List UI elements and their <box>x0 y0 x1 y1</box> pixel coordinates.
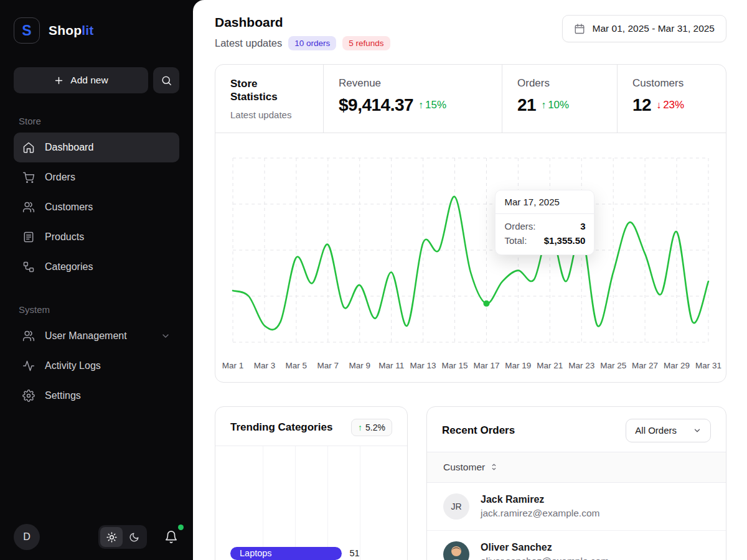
category-bar-Laptops: Laptops <box>230 547 342 560</box>
category-bar-row[interactable]: Laptops51 <box>230 547 392 560</box>
nav-section-label: Store <box>19 116 174 126</box>
tooltip-orders-label: Orders: <box>504 221 535 231</box>
store-statistics-card: Store Statistics Latest updates Revenue$… <box>215 64 726 383</box>
arrow-down-icon: ↓ <box>656 100 661 111</box>
avatar-initials: JR <box>443 493 469 520</box>
sidebar-item-activity-logs[interactable]: Activity Logs <box>14 351 179 381</box>
light-mode-button[interactable] <box>100 527 123 547</box>
sidebar-item-label: Dashboard <box>45 142 93 153</box>
stat-label: Customers <box>632 77 711 90</box>
sidebar-item-dashboard[interactable]: Dashboard <box>14 133 179 162</box>
x-tick-label: Mar 11 <box>378 361 404 370</box>
orders-table-body: JRJack Ramirezjack.ramirez@example.comOl… <box>427 483 726 560</box>
sidebar-item-categories[interactable]: Categories <box>14 252 179 282</box>
stat-label: Revenue <box>339 77 487 90</box>
arrow-up-icon: ↑ <box>541 100 546 111</box>
stat-orders: Orders21↑10% <box>502 65 617 133</box>
moon-icon <box>129 532 139 543</box>
tree-icon <box>22 261 35 273</box>
page-title: Dashboard <box>215 15 390 30</box>
sidebar-item-customers[interactable]: Customers <box>14 192 179 222</box>
x-tick-label: Mar 25 <box>600 361 626 370</box>
home-icon <box>22 141 35 154</box>
date-range-picker[interactable]: Mar 01, 2025 - Mar 31, 2025 <box>562 15 726 42</box>
search-icon <box>161 75 172 86</box>
add-new-button[interactable]: Add new <box>14 67 148 93</box>
chevron-down-icon <box>161 331 171 341</box>
bar-gridline <box>263 446 263 560</box>
x-tick-label: Mar 9 <box>349 361 370 370</box>
notification-dot <box>178 525 184 530</box>
sidebar-item-label: Settings <box>45 390 81 401</box>
sidebar-item-label: Activity Logs <box>45 360 101 371</box>
avatar-photo <box>443 541 469 560</box>
highlight-point[interactable] <box>483 300 489 306</box>
bell-icon <box>164 530 178 544</box>
recent-orders-title: Recent Orders <box>442 424 515 437</box>
customer-email: jack.ramirez@example.com <box>481 508 599 519</box>
sun-icon <box>106 532 117 543</box>
sidebar: S Shoplit Add new StoreDashboardOrdersCu… <box>0 0 193 560</box>
customer-column-header: Customer <box>443 462 485 473</box>
users-icon <box>22 330 35 342</box>
sidebar-footer: D <box>14 524 179 550</box>
trending-title: Trending Categories <box>230 421 332 434</box>
sidebar-item-label: Categories <box>45 261 93 273</box>
search-button[interactable] <box>153 67 179 93</box>
sidebar-item-orders[interactable]: Orders <box>14 162 179 192</box>
trending-change-value: 5.2% <box>365 422 385 432</box>
arrow-up-icon: ↑ <box>418 100 423 111</box>
x-tick-label: Mar 7 <box>317 361 339 370</box>
line-chart-plot[interactable]: Mar 17, 2025 Orders:3 Total:$1,355.50 <box>227 149 715 355</box>
trending-change-badge: ↑ 5.2% <box>351 419 392 436</box>
trending-categories-card: Trending Categories ↑ 5.2% Laptops51 <box>215 406 408 560</box>
x-tick-label: Mar 31 <box>695 361 721 370</box>
x-tick-label: Mar 15 <box>442 361 468 370</box>
stat-change: 23% <box>663 99 684 111</box>
sidebar-item-products[interactable]: Products <box>14 222 179 252</box>
activity-icon <box>22 360 35 372</box>
stat-change: 15% <box>425 99 446 111</box>
recent-orders-card: Recent Orders All Orders Customer JRJack… <box>426 406 726 560</box>
tooltip-total-label: Total: <box>504 235 527 246</box>
bar-gridline <box>295 446 296 560</box>
stat-value: $9,414.37 <box>339 95 413 115</box>
theme-toggle <box>98 525 147 549</box>
customer-email: oliver.sanchez@example.com <box>481 556 609 560</box>
tooltip-date: Mar 17, 2025 <box>496 190 594 214</box>
stat-customers: Customers12↓23% <box>617 65 726 133</box>
order-row[interactable]: Oliver Sanchezoliver.sanchez@example.com <box>427 531 726 560</box>
dark-mode-button[interactable] <box>123 527 145 547</box>
orders-line-chart: Mar 17, 2025 Orders:3 Total:$1,355.50 Ma… <box>215 133 726 382</box>
orders-table-header: Customer <box>427 452 726 483</box>
sort-icon[interactable] <box>490 463 498 471</box>
orders-filter-value: All Orders <box>635 425 677 436</box>
logo-mark-icon: S <box>14 17 40 44</box>
orders-filter-select[interactable]: All Orders <box>626 419 711 442</box>
chevron-down-icon <box>693 426 702 435</box>
stats-subtitle: Latest updates <box>230 110 308 120</box>
stat-change: 10% <box>548 99 569 111</box>
notifications-button[interactable] <box>163 529 179 545</box>
users-icon <box>22 201 35 213</box>
header-badges: 10 orders5 refunds <box>288 36 390 50</box>
stat-value: 12 <box>632 95 651 115</box>
stat-label: Orders <box>517 77 602 90</box>
sidebar-item-settings[interactable]: Settings <box>14 381 179 411</box>
x-tick-label: Mar 19 <box>505 361 531 370</box>
plus-icon <box>54 75 64 86</box>
user-avatar[interactable]: D <box>14 524 40 550</box>
order-row[interactable]: JRJack Ramirezjack.ramirez@example.com <box>427 483 726 531</box>
customer-name: Jack Ramirez <box>481 494 599 505</box>
badge-10-orders: 10 orders <box>288 36 336 50</box>
badge-5-refunds: 5 refunds <box>342 36 390 50</box>
sidebar-nav: StoreDashboardOrdersCustomersProductsCat… <box>14 116 179 411</box>
customer-name: Oliver Sanchez <box>481 542 609 553</box>
sidebar-item-label: Customers <box>45 202 93 213</box>
add-new-label: Add new <box>70 75 108 86</box>
sidebar-item-user-management[interactable]: User Management <box>14 321 179 351</box>
cart-icon <box>22 171 35 184</box>
bar-gridline <box>327 446 328 560</box>
nav-section-label: System <box>19 304 174 315</box>
chart-tooltip: Mar 17, 2025 Orders:3 Total:$1,355.50 <box>495 190 594 255</box>
